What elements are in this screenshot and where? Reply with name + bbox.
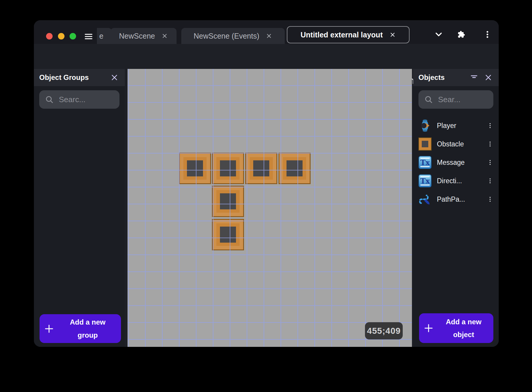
objects-search-input[interactable] [437, 95, 489, 105]
plus-icon [40, 323, 59, 334]
search-icon [45, 95, 53, 104]
object-menu-kebab-icon[interactable] [487, 158, 493, 167]
cursor-coordinates-badge: 455;409 [365, 322, 403, 339]
close-icon[interactable] [266, 33, 272, 39]
gdevelop-window: e NewScene NewScene (Events) Unt [34, 20, 499, 347]
objects-title: Objects [418, 73, 464, 82]
player-icon [418, 118, 432, 133]
object-groups-header: Object Groups [34, 69, 125, 86]
maximize-window-button[interactable] [70, 33, 76, 39]
close-icon[interactable] [161, 33, 168, 39]
obstacle-instance[interactable] [179, 153, 211, 184]
object-groups-search[interactable] [39, 90, 119, 109]
object-label: Player [437, 122, 482, 130]
close-objects-icon[interactable] [484, 73, 493, 82]
tab-overflow-partial[interactable]: e [97, 28, 112, 44]
obstacle-instance[interactable] [212, 186, 244, 217]
plus-icon [419, 323, 438, 333]
extensions-puzzle-icon[interactable] [456, 29, 467, 40]
tab-label: NewScene [119, 32, 155, 40]
close-window-button[interactable] [46, 33, 53, 39]
main-menu-icon[interactable] [83, 32, 94, 41]
tab-label: NewScene (Events) [194, 32, 259, 40]
objects-panel: Objects [413, 69, 499, 347]
object-row-directions[interactable]: Tx Directi... [413, 172, 499, 190]
object-label: PathPa... [437, 195, 482, 203]
screenshot-stage: e NewScene NewScene (Events) Unt [0, 0, 532, 392]
obstacle-instance[interactable] [278, 153, 311, 184]
obstacle-instance[interactable] [212, 153, 244, 184]
object-row-message[interactable]: Tx Message [413, 153, 499, 172]
object-menu-kebab-icon[interactable] [487, 140, 493, 148]
close-object-groups-icon[interactable] [110, 73, 119, 82]
path-icon [418, 192, 432, 206]
object-groups-panel: Object Groups [34, 69, 125, 347]
object-label: Message [437, 159, 482, 167]
object-menu-kebab-icon[interactable] [487, 176, 493, 185]
object-label: Obstacle [437, 140, 482, 148]
obstacle-instance[interactable] [245, 153, 277, 184]
object-row-obstacle[interactable]: Obstacle [413, 135, 499, 153]
objects-header: Objects [413, 69, 499, 86]
text-object-icon: Tx [418, 174, 432, 188]
toolbar: Preview Publish [34, 44, 499, 69]
filter-icon[interactable] [470, 73, 479, 82]
text-object-icon: Tx [418, 155, 432, 170]
title-bar: e NewScene NewScene (Events) Unt [34, 20, 499, 44]
tab-label: Untitled external layout [300, 31, 383, 39]
obstacle-icon [418, 137, 432, 151]
object-groups-search-input[interactable] [58, 95, 115, 105]
scene-editor-canvas[interactable]: 455;409 [128, 69, 412, 347]
add-group-button[interactable]: Add a new group [40, 314, 121, 343]
canvas-grid [128, 69, 412, 347]
object-row-pathpaint[interactable]: PathPa... [413, 190, 499, 208]
add-object-label: Add a new object [438, 315, 493, 341]
object-row-player[interactable]: Player [413, 116, 499, 135]
add-object-button[interactable]: Add a new object [419, 313, 493, 343]
tab-newscene-events[interactable]: NewScene (Events) [181, 28, 285, 44]
object-menu-kebab-icon[interactable] [487, 121, 493, 130]
object-label: Directi... [437, 177, 482, 185]
object-menu-kebab-icon[interactable] [487, 195, 493, 204]
window-menu-kebab-icon[interactable] [482, 29, 493, 40]
tab-untitled-external-layout[interactable]: Untitled external layout [287, 26, 410, 43]
objects-search[interactable] [418, 90, 493, 109]
tab-newscene[interactable]: NewScene [111, 28, 177, 44]
close-icon[interactable] [389, 31, 396, 38]
chevron-down-icon[interactable] [433, 29, 445, 40]
add-group-label: Add a new group [59, 316, 121, 341]
object-groups-title: Object Groups [39, 73, 105, 82]
objects-list: Player Obstacle [413, 116, 499, 208]
obstacle-instance[interactable] [212, 219, 244, 250]
search-icon [424, 95, 433, 104]
minimize-window-button[interactable] [58, 33, 64, 39]
